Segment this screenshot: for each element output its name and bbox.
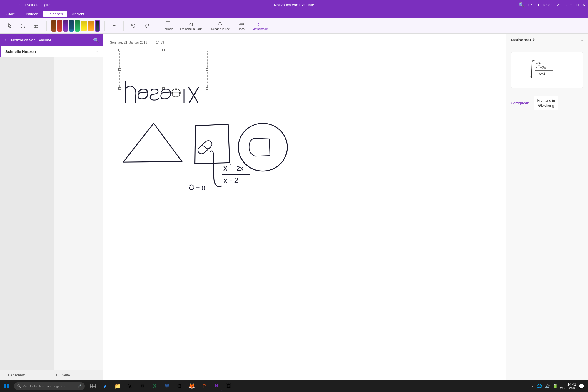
firefox-btn[interactable]: 🦊 (186, 381, 197, 391)
undo-toolbar-btn[interactable] (127, 22, 139, 30)
sidebar-search-btn[interactable]: 🔍 (93, 37, 99, 43)
menu-start[interactable]: Start (2, 11, 19, 17)
sep4 (157, 21, 157, 31)
add-pen-btn[interactable]: + (108, 21, 120, 30)
math-formula-display: ∞ 0 x·Σ x 7 −2x x−2 (511, 52, 583, 88)
sep3 (123, 21, 124, 31)
highlighter-yellow[interactable] (81, 21, 87, 31)
svg-text:-  2x: - 2x (232, 165, 243, 172)
cursor-icon (7, 23, 13, 29)
titlebar: ← → Evaluate Digital Notizbuch von Evalu… (0, 0, 588, 9)
share-btn[interactable]: Teilen (543, 3, 553, 7)
titlebar-right: 🔍 ↩ ↪ Teilen ⤢ ··· − □ ✕ (527, 0, 586, 9)
svg-rect-2 (34, 25, 38, 28)
svg-text:x: x (223, 164, 227, 172)
titlebar-title: Notizbuch von Evaluate (61, 3, 527, 7)
taskbar: Zur Suche Text hier eingeben 🎤 e 📁 🛍 ✉ X… (0, 380, 588, 392)
svg-rect-47 (90, 386, 93, 388)
svg-rect-42 (7, 386, 9, 388)
freihand-text-btn[interactable]: Freihand in Text (207, 20, 233, 32)
start-btn[interactable] (0, 380, 13, 392)
action-center-icon[interactable]: 💬 (579, 383, 584, 389)
nav-forward-btn[interactable]: → (14, 1, 23, 9)
highlighter-orange[interactable] (88, 21, 94, 31)
toolbar: + Formen Freihand in Form Freihand in Te… (0, 18, 588, 34)
freihand-gleichung-btn[interactable]: Freihand in Gleichung (534, 96, 558, 110)
edge-btn[interactable]: e (100, 381, 111, 391)
search-icon[interactable]: 🔍 (519, 2, 524, 8)
settings-btn[interactable]: ⚙ (174, 381, 185, 391)
close-btn[interactable]: ✕ (582, 0, 586, 9)
section-list (0, 57, 54, 370)
quick-notes-section[interactable]: Schnelle Notizen ··· (0, 46, 103, 57)
svg-text:7: 7 (229, 162, 232, 168)
redo-toolbar-btn[interactable] (141, 22, 153, 30)
svg-rect-6 (239, 23, 244, 25)
pen-green[interactable] (75, 20, 80, 32)
cursor-tool[interactable] (4, 22, 16, 30)
minimize-btn[interactable]: − (570, 0, 572, 9)
lineal-btn[interactable]: Lineal (235, 20, 248, 32)
battery-icon: 🔋 (553, 384, 558, 388)
svg-point-43 (18, 385, 20, 387)
store-btn[interactable]: 🛍 (125, 381, 135, 391)
taskbar-search[interactable]: Zur Suche Text hier eingeben 🎤 (14, 382, 85, 390)
pen-brown[interactable] (51, 20, 56, 32)
mail-btn[interactable]: ✉ (137, 381, 148, 391)
menu-einfuegen[interactable]: Einfügen (19, 11, 42, 17)
add-section-btn[interactable]: + + Abschnitt (0, 370, 51, 380)
svg-rect-48 (93, 386, 96, 388)
menu-ansicht[interactable]: Ansicht (68, 11, 88, 17)
more-btn[interactable]: ··· (564, 3, 567, 7)
explorer-btn[interactable]: 📁 (112, 381, 123, 391)
expand-btn[interactable]: ⤢ (556, 2, 560, 8)
taskbar-clock[interactable]: 14:41 21.01.2018 (560, 382, 576, 390)
svg-text:∞: ∞ (532, 58, 535, 62)
add-page-btn[interactable]: + + Seite (51, 370, 103, 380)
photos-btn[interactable]: 🖼 (223, 381, 234, 391)
taskbar-icons: e 📁 🛍 ✉ X W ⚙ 🦊 P N 🖼 (86, 381, 527, 391)
ppt-btn[interactable]: P (199, 381, 209, 391)
onenote-btn[interactable]: N (211, 381, 222, 391)
tool-group (3, 22, 43, 30)
taskview-btn[interactable] (88, 381, 98, 391)
formen-btn[interactable]: Formen (161, 20, 175, 32)
redo-btn[interactable]: ↪ (535, 2, 539, 8)
korrigieren-btn[interactable]: Korrigieren (511, 101, 529, 105)
systray-up-arrow[interactable]: ▲ (531, 385, 534, 388)
math-panel-header: Mathematik × (506, 34, 588, 46)
nav-back-btn[interactable]: ← (2, 1, 12, 9)
app-name: Evaluate Digital (25, 3, 51, 7)
lineal-icon (238, 21, 244, 27)
undo-icon (130, 23, 136, 29)
windows-icon (4, 383, 9, 389)
pen-purple[interactable] (63, 20, 68, 32)
formen-icon (165, 21, 171, 27)
svg-rect-4 (166, 22, 170, 26)
pen-dark-selected[interactable] (95, 20, 100, 32)
mathematik-toolbar-btn[interactable]: ∑ Mathematik (250, 20, 270, 32)
pen-red[interactable] (57, 20, 62, 32)
math-panel-close-btn[interactable]: × (581, 37, 583, 42)
word-btn[interactable]: W (162, 381, 172, 391)
pen-blue[interactable] (69, 20, 74, 32)
freihand-form-btn[interactable]: Freihand in Form (178, 20, 205, 32)
maximize-btn[interactable]: □ (576, 0, 579, 9)
svg-point-24 (238, 123, 287, 171)
svg-rect-40 (7, 384, 9, 386)
sidebar-back-btn[interactable]: ← (4, 37, 9, 43)
sep1 (46, 21, 47, 31)
svg-line-44 (20, 387, 21, 388)
svg-text:x  - 2: x - 2 (223, 176, 238, 185)
search-placeholder: Zur Suche Text hier eingeben (23, 384, 65, 388)
page-list-area (0, 57, 103, 370)
taskbar-right: ▲ 🌐 🔊 🔋 14:41 21.01.2018 💬 (527, 382, 588, 390)
canvas-area[interactable]: Sonntag, 21. Januar 2018 14:33 (103, 34, 506, 380)
undo-btn[interactable]: ↩ (528, 2, 532, 8)
eraser-tool[interactable] (30, 22, 42, 30)
lasso-tool[interactable] (17, 22, 29, 30)
math-panel-title: Mathematik (511, 37, 535, 42)
menubar: Start Einfügen Zeichnen Ansicht (0, 9, 588, 18)
menu-zeichnen[interactable]: Zeichnen (43, 11, 67, 17)
excel-btn[interactable]: X (149, 381, 160, 391)
